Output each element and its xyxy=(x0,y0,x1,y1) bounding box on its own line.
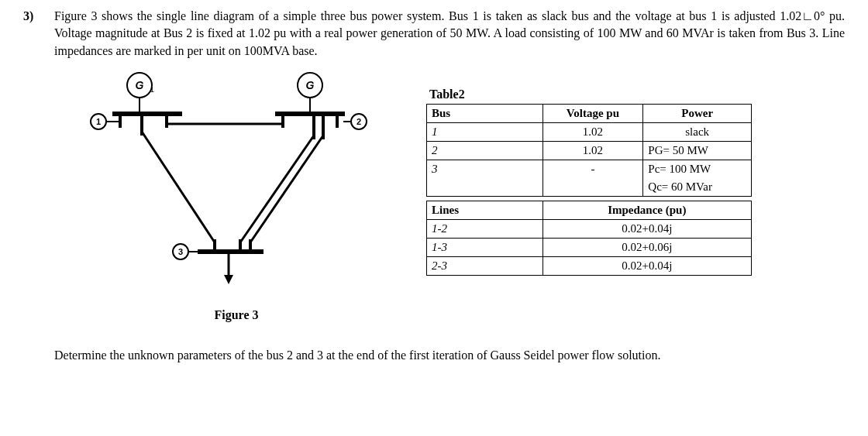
figure-caption: Figure 3 xyxy=(54,307,418,324)
table-row: 1 1.02 slack xyxy=(427,122,752,141)
problem-header: 3) Figure 3 shows the single line diagra… xyxy=(23,8,845,60)
svg-text:1: 1 xyxy=(150,86,154,94)
svg-line-25 xyxy=(240,136,314,242)
svg-text:1: 1 xyxy=(96,117,101,126)
table-row: 3 - Pc= 100 MW xyxy=(427,160,752,178)
table-row: Lines Impedance (pu) xyxy=(427,201,752,219)
question-text: Determine the unknown parameters of the … xyxy=(23,347,845,364)
table-row: 1-2 0.02+0.04j xyxy=(427,219,752,238)
svg-line-21 xyxy=(142,132,215,242)
col-header-power: Power xyxy=(643,104,752,122)
svg-text:G: G xyxy=(306,79,315,91)
problem-number: 3) xyxy=(23,8,45,25)
col-header-bus: Bus xyxy=(427,104,543,122)
problem-statement: Figure 3 shows the single line diagram o… xyxy=(54,8,845,60)
table-column: Table2 Bus Voltage pu Power 1 1.02 slack… xyxy=(418,66,845,275)
svg-line-26 xyxy=(250,136,323,242)
figure-column: G 1 1 G 2 xyxy=(54,66,418,324)
table-row: 2-3 0.02+0.04j xyxy=(427,256,752,275)
content-row: G 1 1 G 2 xyxy=(23,66,845,324)
single-line-diagram-icon: G 1 1 G 2 xyxy=(81,66,391,298)
svg-text:2: 2 xyxy=(356,117,361,126)
table-row: 2 1.02 PG= 50 MW xyxy=(427,141,752,160)
table-row: Bus Voltage pu Power xyxy=(427,104,752,122)
col-header-impedance: Impedance (pu) xyxy=(542,201,751,219)
svg-text:3: 3 xyxy=(178,247,183,256)
svg-marker-34 xyxy=(224,275,233,284)
col-header-lines: Lines xyxy=(427,201,543,219)
bus-data-table: Bus Voltage pu Power 1 1.02 slack 2 1.02… xyxy=(426,104,752,276)
table-title: Table2 xyxy=(429,86,845,103)
col-header-voltage: Voltage pu xyxy=(542,104,643,122)
table-row: 1-3 0.02+0.06j xyxy=(427,238,752,256)
svg-text:G: G xyxy=(136,79,144,91)
table-row: Qc= 60 MVar xyxy=(427,178,752,197)
